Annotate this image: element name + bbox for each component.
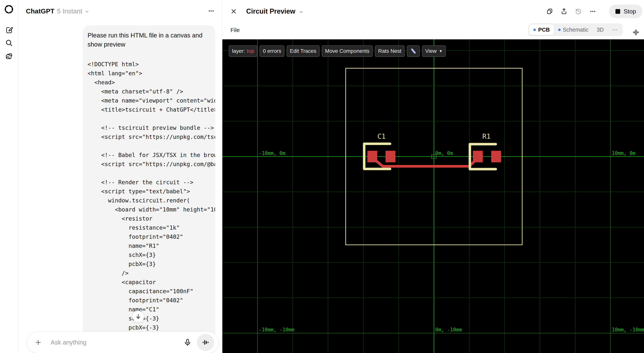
pcb-toolbar: layer: top 0 errors Edit Traces Move Com… [229, 45, 446, 57]
pcb-canvas[interactable]: C1R1-10mm, 0m0m, 0m10mm, 0m-10mm, -10mm0… [222, 39, 644, 353]
grid-coordinate-label: 0m, -10mm [435, 327, 462, 332]
chat-header: ChatGPT 5 Instant [18, 0, 222, 22]
user-message-text: Please run this HTML file in a canvas an… [88, 31, 212, 49]
smt-pad[interactable] [386, 151, 395, 162]
grid-coordinate-label: -10mm, -10mm [259, 327, 294, 332]
scroll-to-bottom-button[interactable] [132, 311, 144, 322]
file-menu[interactable]: File [230, 27, 240, 33]
edit-traces-button[interactable]: Edit Traces [287, 45, 320, 57]
stop-square-icon [616, 9, 620, 14]
grid-coordinate-label: -10mm, 0m [259, 150, 286, 156]
reference-designator: R1 [482, 132, 490, 140]
more-options-icon[interactable] [589, 8, 596, 15]
tab-schematic-label: Schematic [563, 27, 588, 33]
component-r1[interactable]: R1 [470, 132, 501, 169]
tab-pcb-label: PCB [538, 27, 550, 33]
waveform-icon [201, 338, 210, 346]
stop-button[interactable]: Stop [609, 5, 642, 18]
user-message-bubble: Please run this HTML file in a canvas an… [83, 25, 215, 353]
reference-designator: C1 [378, 132, 386, 140]
smt-pad[interactable] [491, 151, 501, 162]
search-icon[interactable] [5, 39, 13, 47]
stop-label: Stop [624, 8, 636, 15]
view-label: View [425, 48, 436, 54]
layer-label: layer: [232, 48, 245, 54]
conversation-menu-icon[interactable] [208, 7, 215, 15]
grid-coordinate-label: 10mm, -10mm [612, 327, 644, 332]
chat-column: ChatGPT 5 Instant Please run this HTML f… [18, 0, 222, 353]
tab-3d-label: 3D [597, 27, 604, 33]
view-dropdown-button[interactable]: View ▼ [422, 45, 446, 57]
move-components-button[interactable]: Move Components [322, 45, 373, 57]
close-icon[interactable] [230, 8, 238, 15]
pcb-drawing: C1R1-10mm, 0m0m, 0m10mm, 0m-10mm, -10mm0… [222, 39, 644, 353]
tab-more-label: ⋯ [612, 27, 618, 33]
errors-button[interactable]: 0 errors [260, 45, 284, 57]
openai-logo-icon[interactable] [4, 4, 14, 14]
plus-icon[interactable] [34, 339, 42, 346]
edit-pencil-button[interactable] [407, 45, 420, 57]
pencil-icon [410, 48, 416, 54]
app-title[interactable]: ChatGPT [26, 7, 54, 15]
canvas-panel: Circuit Preview [222, 0, 644, 353]
code-block: <!DOCTYPE html> <html lang="en"> <head> … [88, 60, 215, 341]
errors-label: 0 errors [263, 48, 281, 54]
voice-mode-button[interactable] [197, 334, 214, 351]
share-icon[interactable] [560, 8, 568, 15]
view-tabs: PCB Schematic 3D ⋯ [528, 23, 623, 36]
composer-input[interactable]: Ask anything [51, 339, 184, 346]
pcb-dot-icon [534, 29, 536, 31]
rats-nest-button[interactable]: Rats Nest [375, 45, 405, 57]
chevron-down-icon[interactable] [298, 9, 304, 15]
caret-down-icon: ▼ [439, 49, 443, 53]
canvas-title[interactable]: Circuit Preview [246, 7, 295, 15]
grid-coordinate-label: 10mm, 0m [612, 150, 636, 156]
grid-coordinate-label: 0m, 0m [435, 150, 453, 156]
smt-pad[interactable] [368, 151, 377, 162]
canvas-header: Circuit Preview [222, 0, 644, 23]
schematic-dot-icon [558, 29, 560, 31]
chevron-down-icon[interactable] [84, 9, 90, 14]
exit-fullscreen-icon[interactable] [632, 29, 640, 36]
library-icon[interactable] [5, 52, 13, 60]
composer[interactable]: Ask anything [27, 331, 218, 353]
smt-pad[interactable] [473, 151, 483, 162]
move-components-label: Move Components [325, 48, 370, 54]
tab-3d[interactable]: 3D [592, 25, 608, 35]
new-chat-icon[interactable] [5, 26, 13, 34]
rats-nest-label: Rats Nest [378, 48, 402, 54]
canvas-subheader: File PCB Schematic 3D ⋯ [222, 23, 644, 39]
layer-value: top [247, 48, 254, 54]
tab-more[interactable]: ⋯ [608, 25, 622, 35]
microphone-icon[interactable] [184, 338, 192, 346]
model-name[interactable]: 5 Instant [57, 7, 82, 15]
history-icon[interactable] [574, 8, 582, 15]
tab-schematic[interactable]: Schematic [554, 25, 592, 35]
layer-button[interactable]: layer: top [229, 45, 257, 57]
arrow-down-icon [135, 313, 142, 320]
copy-icon[interactable] [546, 8, 554, 15]
tab-pcb[interactable]: PCB [529, 25, 554, 35]
sidebar [0, 0, 18, 353]
edit-traces-label: Edit Traces [290, 48, 316, 54]
